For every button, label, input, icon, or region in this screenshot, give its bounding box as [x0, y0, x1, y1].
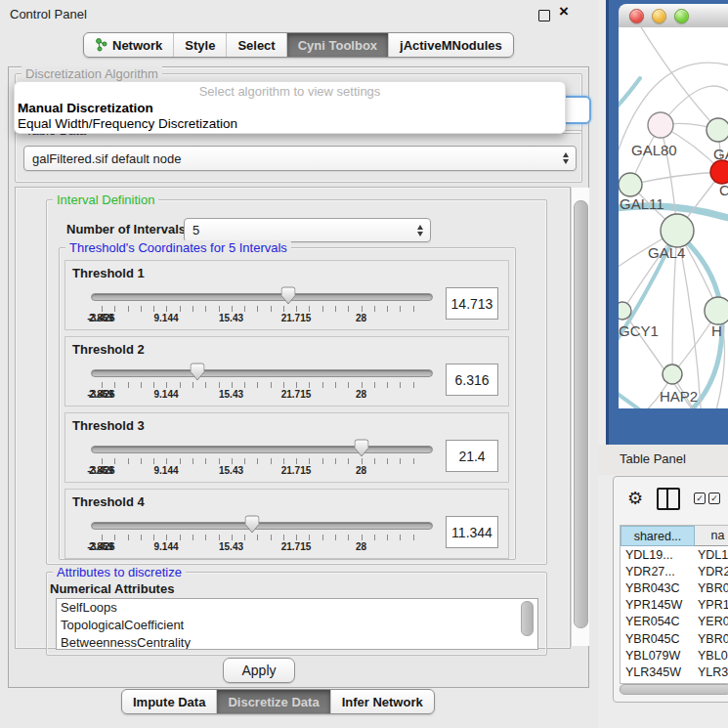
network-view-window: GAL80 GA C GAL11 GAL4 GCY1 H HAP2 — [606, 0, 728, 445]
slider-track[interactable] — [91, 293, 433, 301]
apply-button[interactable]: Apply — [223, 658, 295, 683]
number-of-intervals-combobox[interactable]: 5 — [184, 218, 431, 242]
table-header-row: shared... na — [621, 526, 728, 546]
checkbox-icons[interactable]: ✓ ✓ — [694, 492, 720, 504]
threshold-1-value-field[interactable]: 14.713 — [446, 287, 498, 320]
zoom-traffic-light[interactable] — [674, 9, 689, 23]
threshold-3-value-field[interactable]: 21.4 — [446, 440, 498, 472]
table-data-combobox[interactable]: galFiltered.sif default node — [23, 146, 577, 171]
table-row[interactable]: YDR27... YDR2 — [621, 563, 728, 579]
minimize-traffic-light[interactable] — [652, 9, 666, 23]
tab-jactivemnodules[interactable]: jActiveMNodules — [388, 33, 513, 57]
slider-ticks — [102, 306, 427, 312]
tab-infer-network[interactable]: Infer Network — [330, 690, 434, 713]
panel-title: Control Panel — [10, 7, 87, 21]
tab-discretize-data[interactable]: Discretize Data — [216, 690, 329, 713]
slider-track[interactable] — [91, 369, 433, 377]
network-window-titlebar[interactable] — [619, 4, 728, 28]
threshold-1-slider[interactable]: -3.4262.8599.14415.4321.71528 — [91, 290, 433, 325]
node-gal4[interactable] — [661, 214, 694, 247]
column-header-name[interactable]: na — [695, 526, 728, 546]
node-label: GAL11 — [620, 195, 664, 212]
node-gcy1[interactable] — [619, 302, 631, 320]
close-icon[interactable]: × — [559, 2, 569, 21]
node-ga[interactable] — [707, 118, 728, 142]
close-traffic-light[interactable] — [629, 9, 644, 23]
threshold-1-row: Threshold 1 -3.4262.8599.14415.4321.7152… — [64, 260, 509, 330]
tab-network[interactable]: Network — [84, 33, 173, 57]
dropdown-option-manual[interactable]: Manual Discretization — [15, 101, 565, 116]
table-panel: ⚙ ✓ ✓ shared... na YDL19... YDL1 YDR27..… — [613, 476, 728, 703]
column-header-shared-name[interactable]: shared... — [621, 526, 695, 546]
tab-network-label: Network — [112, 38, 162, 53]
slider-scale: -3.4262.8599.14415.4321.71528 — [102, 389, 427, 401]
gear-icon[interactable]: ⚙ — [627, 490, 643, 507]
threshold-2-row: Threshold 2 -3.4262.8599.14415.4321.7152… — [64, 336, 509, 407]
threshold-4-slider[interactable]: -3.4262.8599.14415.4321.71528 — [91, 519, 433, 554]
slider-thumb[interactable] — [280, 286, 295, 305]
node-h[interactable] — [705, 297, 728, 324]
tab-select[interactable]: Select — [226, 33, 285, 57]
tab-style[interactable]: Style — [173, 33, 226, 57]
threshold-4-row: Threshold 4 -3.4262.8599.14415.4321.7152… — [64, 489, 509, 559]
dropdown-option-equal-width[interactable]: Equal Width/Frequency Discretization — [15, 116, 565, 132]
slider-ticks — [102, 382, 427, 388]
network-icon — [95, 38, 107, 52]
tab-impute-data[interactable]: Impute Data — [122, 690, 216, 713]
slider-scale: -3.4262.8599.14415.4321.71528 — [102, 541, 427, 553]
threshold-2-value-field[interactable]: 6.316 — [446, 364, 498, 396]
table-row[interactable]: YBR043C YBR0 — [621, 579, 728, 596]
table-row[interactable]: YDL19... YDL1 — [621, 546, 728, 563]
combo-spinner-icon — [563, 152, 569, 164]
table-rows: YDL19... YDL1 YDR27... YDR2 YBR043C YBR0… — [621, 546, 728, 684]
node-hap2[interactable] — [663, 364, 682, 384]
table-data-value: galFiltered.sif default node — [32, 151, 181, 166]
vertical-scrollbar[interactable] — [571, 188, 589, 646]
table-row[interactable]: YBL079W YBL0 — [621, 647, 728, 664]
slider-track[interactable] — [91, 446, 433, 453]
slider-thumb[interactable] — [244, 515, 259, 534]
table-row[interactable]: YBR045C YBR0 — [621, 630, 728, 647]
list-item[interactable]: SelfLoops — [57, 599, 537, 617]
slider-thumb[interactable] — [190, 363, 204, 381]
float-window-icon[interactable] — [538, 10, 550, 21]
thresholds-group: Threshold's Coordinates for 5 Intervals … — [59, 247, 516, 560]
number-of-intervals-label: Number of Intervals — [66, 222, 186, 236]
table-data-group: Table Data galFiltered.sif default node — [15, 130, 582, 183]
attributes-group: Attributes to discretize Numerical Attri… — [46, 572, 547, 656]
node-label: GAL4 — [648, 244, 685, 261]
split-columns-icon[interactable] — [657, 488, 680, 510]
scrollbar-thumb[interactable] — [620, 684, 728, 695]
interval-definition-title: Interval Definition — [53, 193, 158, 207]
node-gal80[interactable] — [648, 112, 673, 138]
list-item[interactable]: TopologicalCoefficient — [57, 617, 537, 634]
list-item[interactable]: BetweennessCentrality — [57, 634, 537, 650]
combo-spinner-icon — [417, 225, 423, 236]
checkbox-icon[interactable]: ✓ — [694, 492, 706, 504]
node-red-selected[interactable] — [710, 160, 728, 184]
network-canvas[interactable]: GAL80 GA C GAL11 GAL4 GCY1 H HAP2 — [619, 27, 728, 408]
table-panel-title: Table Panel — [620, 451, 686, 466]
table-row[interactable]: YER054C YER0 — [621, 614, 728, 630]
slider-thumb[interactable] — [354, 439, 368, 457]
thresholds-group-title: Threshold's Coordinates for 5 Intervals — [65, 240, 291, 255]
table-panel-toolbar: ⚙ ✓ ✓ — [627, 485, 728, 512]
interval-definition-group: Interval Definition Number of Intervals … — [46, 199, 547, 565]
threshold-3-slider[interactable]: -3.4262.8599.14415.4321.71528 — [91, 443, 433, 478]
slider-track[interactable] — [91, 522, 433, 530]
discretization-algorithm-title: Discretization Algorithm — [21, 66, 162, 81]
checkbox-icon[interactable]: ✓ — [708, 492, 720, 504]
scrollbar-thumb[interactable] — [574, 200, 588, 628]
node-gal11[interactable] — [619, 173, 642, 196]
table-row[interactable]: YPR145W YPR1 — [621, 597, 728, 614]
list-scrollbar[interactable] — [521, 601, 534, 636]
bottom-tab-bar: Impute Data Discretize Data Infer Networ… — [121, 689, 435, 714]
threshold-2-slider[interactable]: -3.4262.8599.14415.4321.71528 — [91, 366, 433, 402]
table-row[interactable]: YLR345W YLR3 — [621, 664, 728, 680]
attributes-group-title: Attributes to discretize — [53, 565, 186, 579]
horizontal-scrollbar[interactable] — [619, 684, 728, 694]
tab-cyni-toolbox[interactable]: Cyni Toolbox — [286, 33, 388, 57]
slider-ticks — [102, 458, 427, 464]
node-attribute-table: shared... na YDL19... YDL1 YDR27... YDR2… — [620, 525, 728, 684]
threshold-4-value-field[interactable]: 11.344 — [446, 516, 498, 548]
